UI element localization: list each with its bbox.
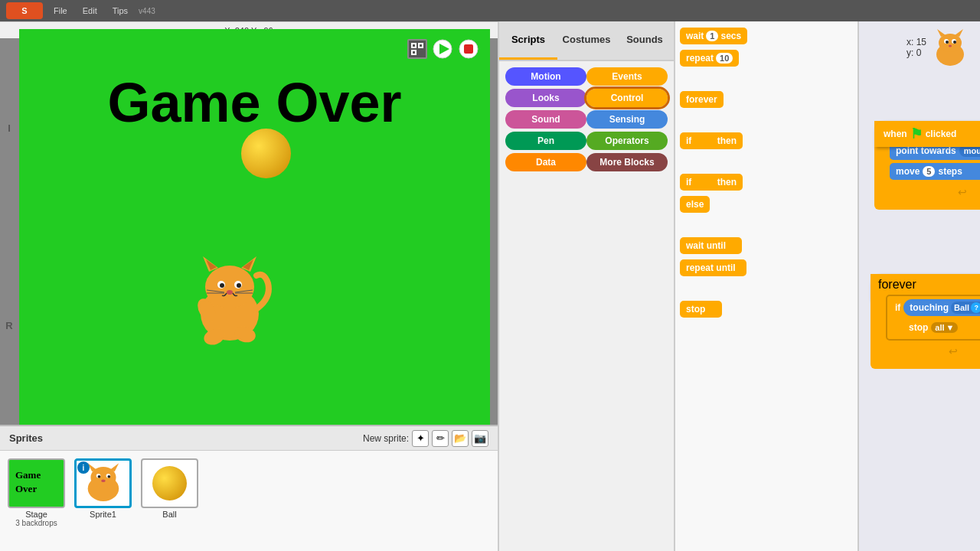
- sprite-name-sprite1: Sprite1: [90, 510, 116, 519]
- palette-row-forever: forever: [680, 91, 853, 108]
- svg-text:Game: Game: [15, 469, 41, 481]
- block-if-touching[interactable]: if touching Ball ? ▼ then: [886, 295, 980, 341]
- palette-row-repeat-until: repeat until: [680, 259, 853, 276]
- block-stop[interactable]: stop: [680, 301, 722, 318]
- tab-sounds[interactable]: Sounds: [616, 21, 674, 60]
- cat-pen[interactable]: Pen: [505, 132, 586, 150]
- stop-button[interactable]: [458, 38, 479, 60]
- svg-point-36: [101, 479, 106, 482]
- block-wait-val[interactable]: 1: [706, 31, 718, 41]
- connector-arrow-2: ↩: [878, 344, 980, 357]
- block-if[interactable]: if then: [680, 132, 743, 149]
- svg-marker-39: [937, 29, 946, 37]
- version-label: v443: [139, 7, 155, 15]
- svg-point-1: [205, 266, 254, 308]
- palette-row-if2: if then: [680, 174, 853, 191]
- tab-costumes[interactable]: Costumes: [557, 21, 616, 60]
- new-sprite-camera-icon[interactable]: 📷: [472, 430, 488, 447]
- logo[interactable]: S: [6, 2, 43, 19]
- new-sprite-label: New sprite:: [363, 433, 409, 444]
- block-touching-dropdown[interactable]: Ball ? ▼: [951, 302, 980, 314]
- palette-row-stop: stop: [680, 301, 853, 318]
- nav-edit[interactable]: Edit: [78, 5, 102, 17]
- script-tabs: Scripts Costumes Sounds: [499, 21, 674, 61]
- block-else[interactable]: else: [680, 196, 710, 213]
- cat-data[interactable]: Data: [505, 153, 586, 171]
- cat-sensing[interactable]: Sensing: [586, 110, 668, 129]
- block-forever[interactable]: forever: [680, 91, 724, 108]
- cat-sound[interactable]: Sound: [505, 110, 586, 129]
- sprite-name-stage: Stage: [25, 510, 47, 519]
- cat-sprite: [188, 249, 272, 348]
- sprite-item-ball[interactable]: Ball: [139, 457, 200, 520]
- logo-text: S: [21, 6, 27, 15]
- block-stop-dropdown[interactable]: all ▼: [931, 322, 958, 333]
- cat-operators[interactable]: Operators: [586, 132, 668, 150]
- sprite-thumb-stage: Game Over: [8, 458, 65, 508]
- svg-point-43: [946, 41, 949, 44]
- block-wait-until[interactable]: wait until: [680, 237, 742, 254]
- touching-query-icon: ?: [971, 302, 980, 313]
- svg-point-8: [220, 283, 224, 288]
- block-wait[interactable]: wait 1 secs: [680, 28, 747, 44]
- block-repeat-until[interactable]: repeat until: [680, 259, 746, 276]
- cat-control[interactable]: Control: [586, 89, 668, 107]
- block-area: wait 1 secs repeat 10 forever: [675, 21, 980, 551]
- block-repeat[interactable]: repeat 10: [680, 50, 739, 67]
- palette-row-wait-until: wait until: [680, 237, 853, 254]
- green-flag-button[interactable]: [432, 38, 453, 60]
- cat-events[interactable]: Events: [586, 67, 668, 86]
- script-group-1: when ⚑ clicked forever point towards mou…: [874, 121, 980, 210]
- side-labels: I R: [0, 29, 18, 425]
- scripts-canvas[interactable]: x: 15 y: 0 when ⚑ clicked forever point …: [859, 21, 980, 551]
- info-icon[interactable]: i: [77, 461, 90, 474]
- palette-row-repeat: repeat 10: [680, 50, 853, 67]
- sprite-stage-sublabel: 3 backdrops: [15, 519, 57, 527]
- stage[interactable]: Game Over: [19, 29, 490, 425]
- svg-marker-40: [955, 29, 963, 37]
- new-sprite-paint-icon[interactable]: ✦: [412, 430, 429, 447]
- top-bar: S File Edit Tips v443: [0, 0, 980, 21]
- categories: Motion Events Looks Control Sound Sensin…: [499, 61, 674, 551]
- side-label-r[interactable]: R: [5, 320, 12, 331]
- cat-more-blocks[interactable]: More Blocks: [586, 153, 668, 171]
- fullscreen-button[interactable]: [407, 39, 427, 59]
- block-move-steps[interactable]: move 5 steps: [890, 163, 980, 180]
- block-stop-all[interactable]: stop all ▼: [903, 319, 964, 336]
- block-move-val[interactable]: 5: [923, 166, 935, 177]
- sprite-item-sprite1[interactable]: i Sprite1: [73, 457, 133, 520]
- scripts-coords: x: 15 y: 0: [906, 37, 926, 58]
- coord-x-display: x: 15: [906, 37, 926, 47]
- new-sprite-area: New sprite: ✦ ✏ 📂 📷: [363, 430, 488, 447]
- svg-rect-24: [464, 44, 473, 54]
- sprite-item-stage[interactable]: Game Over Stage 3 backdrops: [6, 457, 67, 529]
- stage-controls: [407, 38, 479, 60]
- sprites-title: Sprites: [9, 432, 43, 444]
- nav-file[interactable]: File: [49, 5, 72, 17]
- block-touching-ball[interactable]: touching Ball ? ▼: [903, 299, 980, 316]
- tab-scripts[interactable]: Scripts: [499, 21, 557, 60]
- ball-sprite: [241, 129, 291, 178]
- nav-tips[interactable]: Tips: [108, 5, 132, 17]
- block-when-clicked-1[interactable]: when ⚑ clicked: [874, 121, 980, 147]
- new-sprite-folder-icon[interactable]: 📂: [452, 430, 469, 447]
- cat-motion[interactable]: Motion: [505, 67, 586, 86]
- svg-point-38: [939, 34, 962, 52]
- stage-container: I R Game Over: [0, 21, 498, 425]
- new-sprite-brush-icon[interactable]: ✏: [432, 430, 449, 447]
- block-forever-2[interactable]: forever if touching Ball ? ▼: [871, 274, 980, 361]
- forever-bottom-2: [871, 361, 980, 369]
- svg-text:Over: Over: [15, 483, 37, 494]
- svg-rect-20: [412, 51, 416, 54]
- sprites-header: Sprites New sprite: ✦ ✏ 📂 📷: [0, 426, 498, 451]
- block-if2[interactable]: if then: [680, 174, 743, 191]
- right-panel: wait 1 secs repeat 10 forever: [674, 21, 980, 551]
- cat-looks[interactable]: Looks: [505, 89, 586, 107]
- side-label-i[interactable]: I: [8, 122, 11, 134]
- svg-point-45: [949, 45, 952, 47]
- palette-row-if: if then: [680, 132, 853, 149]
- block-repeat-val[interactable]: 10: [716, 53, 733, 64]
- left-panel: I R Game Over: [0, 21, 498, 551]
- connector-arrow-1: ↩: [882, 183, 980, 198]
- flag-icon-1: ⚑: [910, 126, 923, 142]
